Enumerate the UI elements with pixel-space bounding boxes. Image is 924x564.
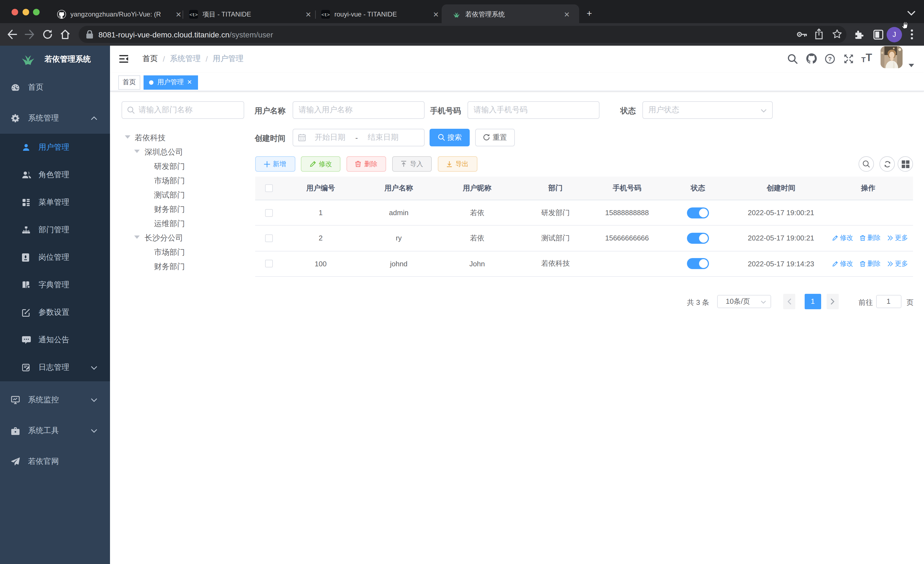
svg-text:<t>: <t> xyxy=(189,12,198,18)
svg-text:<t>: <t> xyxy=(321,12,330,18)
